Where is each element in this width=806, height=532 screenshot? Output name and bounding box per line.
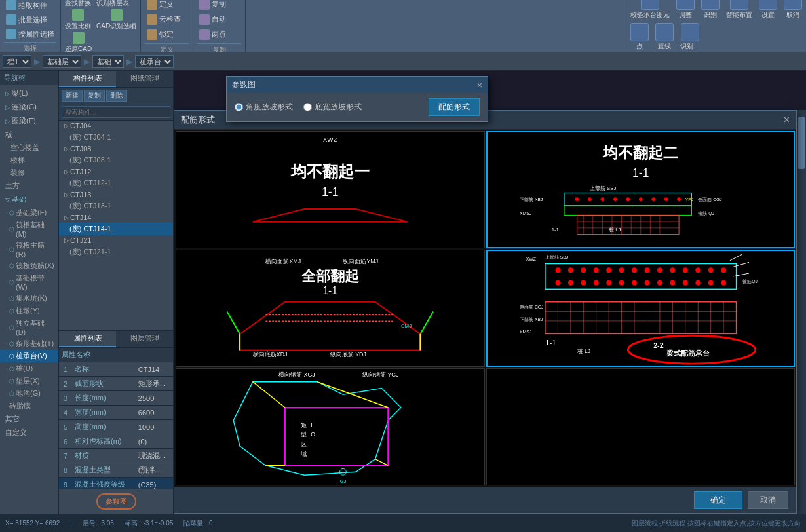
btn-set-scale[interactable]: 设置比例 xyxy=(65,9,91,31)
tree-item-CTJ21[interactable]: ▷ CTJ21 xyxy=(59,235,173,246)
tree-item-CTJ12[interactable]: ▷ CTJ12 xyxy=(59,166,173,177)
scrollbar-vertical[interactable] xyxy=(797,110,806,514)
sidebar-item-other[interactable]: 其它 xyxy=(0,412,58,426)
svg-point-14 xyxy=(626,197,630,201)
btn-param[interactable]: 参数图 xyxy=(96,493,136,510)
scrollbar-thumb[interactable] xyxy=(798,117,805,169)
sidebar-item-beam[interactable]: ▷ 梁(L) xyxy=(0,86,58,100)
btn-识别[interactable]: 识别 xyxy=(701,0,720,20)
sidebar-item-stair[interactable]: 楼梯 xyxy=(0,154,58,166)
select-project[interactable]: 程1 xyxy=(3,55,31,68)
btn-copy[interactable]: 复制 xyxy=(197,0,241,11)
tree-child-CTJ04-1[interactable]: (废) CTJ04-1 xyxy=(59,131,173,143)
btn-auto[interactable]: 自动 xyxy=(197,13,241,26)
sidebar-item-cushion[interactable]: ⬡垫层(X) xyxy=(0,375,58,387)
svg-line-101 xyxy=(733,273,748,276)
btn-智能布置[interactable]: 智能布置 xyxy=(726,0,752,20)
sidebar-item-base-strip[interactable]: ⬡基础板带(W) xyxy=(0,272,58,292)
btn-ok[interactable]: 确定 xyxy=(694,491,742,509)
cad-cell-0[interactable]: XWZ 均不翻起一 1-1 xyxy=(176,131,485,248)
btn-batch-select[interactable]: 批量选择 xyxy=(4,13,56,26)
svg-text:1-1: 1-1 xyxy=(322,185,339,199)
btn-lock[interactable]: 锁定 xyxy=(145,28,189,41)
tree-child-CTJ08-1[interactable]: (废) CTJ08-1 xyxy=(59,154,173,166)
sidebar-item-sump[interactable]: ⬡集水坑(K) xyxy=(0,292,58,305)
btn-pick[interactable]: 拾取构件 xyxy=(4,0,56,12)
sidebar-item-brick[interactable]: 砖胎膜 xyxy=(0,400,58,412)
tab-component-list[interactable]: 构件列表 xyxy=(59,71,116,87)
sidebar-item-raft-neg[interactable]: ⬡筏板负筋(X) xyxy=(0,259,58,272)
toolbar-group-select: 拾取构件 批量选择 按属性选择 选择 xyxy=(0,0,61,52)
btn-设置[interactable]: 设置 xyxy=(759,0,777,20)
btn-cloud-check[interactable]: 云检查 xyxy=(145,13,189,26)
btn-define[interactable]: 定义 xyxy=(145,0,189,11)
cad-cell-4[interactable]: 横向钢筋 XGJ 纵向钢筋 YGJ 矩 型 区 域 L xyxy=(176,368,485,485)
btn-copy-component[interactable]: 复制 xyxy=(84,90,105,102)
content-area: 参数图 × 角度放坡形式 底宽放坡形式 xyxy=(174,71,806,514)
cad-cell-1[interactable]: 均不翻起二 1-1 上部筋 SBJ xyxy=(486,131,796,248)
sidebar-item-isolated[interactable]: ⬡独立基础(D) xyxy=(0,317,58,337)
sidebar-title: 导航树 xyxy=(0,71,58,85)
tree-child-CTJ13-1[interactable]: (废) CTJ13-1 xyxy=(59,200,173,212)
cad-cell-5[interactable] xyxy=(486,368,796,485)
dialog-rebar-close[interactable]: × xyxy=(784,114,790,126)
radio-angle-slope[interactable]: 角度放坡形式 xyxy=(235,102,293,113)
tab-layer-management[interactable]: 图层管理 xyxy=(116,331,173,347)
svg-text:XMSJ: XMSJ xyxy=(520,211,531,216)
tab-drawing-management[interactable]: 图纸管理 xyxy=(116,71,173,87)
cad-cell-3[interactable]: 上部筋 SBJ 侧面筋 CGJ 箍筋QJ 下部筋 XBJ XMSJ XWZ 1-… xyxy=(486,250,796,367)
tab-props-list[interactable]: 属性列表 xyxy=(59,331,116,347)
btn-校验承台图元[interactable]: 校验承台图元 xyxy=(630,0,670,20)
sidebar-item-slab[interactable]: 板 xyxy=(0,128,58,142)
sidebar-item-hollow[interactable]: 空心楼盖 xyxy=(0,142,58,154)
sidebar-item-raft-main[interactable]: ⬡筏板主筋(R) xyxy=(0,239,58,259)
tree-item-CTJ04[interactable]: ▷ CTJ04 xyxy=(59,121,173,131)
sidebar-item-ditch[interactable]: ⬡地沟(G) xyxy=(0,387,58,400)
btn-new[interactable]: 新建 xyxy=(62,90,83,102)
btn-find-replace[interactable]: 查找替换 xyxy=(65,0,91,8)
btn-取消[interactable]: 取消 xyxy=(784,0,802,20)
tree-item-CTJ13[interactable]: ▷ CTJ13 xyxy=(59,189,173,200)
svg-text:L: L xyxy=(311,422,314,428)
btn-identify-floors[interactable]: 识别楼层表 xyxy=(96,0,129,8)
select-type[interactable]: 桩承台 xyxy=(135,55,174,68)
sidebar-item-connect-beam[interactable]: ▷ 连梁(G) xyxy=(0,100,58,114)
btn-cad-options[interactable]: CAD识别选项 xyxy=(96,9,136,31)
dialog-params-close[interactable]: × xyxy=(477,80,482,90)
tree-child-CTJ12-1[interactable]: (废) CTJ12-1 xyxy=(59,177,173,189)
sidebar-item-strip-found[interactable]: ⬡条形基础(T) xyxy=(0,337,58,350)
svg-text:梁式配筋承台: 梁式配筋承台 xyxy=(666,349,709,357)
btn-two-point[interactable]: 两点 xyxy=(197,28,241,41)
sidebar-item-earth[interactable]: 土方 xyxy=(0,179,58,193)
btn-restore-cad[interactable]: 还原CAD xyxy=(65,32,92,54)
svg-point-61 xyxy=(644,267,649,273)
tree-child-CTJ14-1[interactable]: (废) CTJ14-1 xyxy=(59,223,173,235)
tree-child-CTJ21-1[interactable]: (废) CTJ21-1 xyxy=(59,246,173,258)
sidebar-item-decor[interactable]: 装修 xyxy=(0,166,58,179)
sidebar-item-column-pier[interactable]: ⬡柱墩(Y) xyxy=(0,305,58,317)
btn-调整[interactable]: 调整 xyxy=(676,0,695,20)
tree-item-CTJ08[interactable]: ▷ CTJ08 xyxy=(59,143,173,154)
cad-cell-2[interactable]: 横向面筋XMJ 纵向面筋YMJ 横向底筋XDJ 纵向底筋 YDJ xyxy=(176,250,485,367)
btn-cancel[interactable]: 取消 xyxy=(748,491,788,509)
select-category[interactable]: 基础 xyxy=(92,55,124,68)
sidebar-item-custom[interactable]: 自定义 xyxy=(0,426,58,440)
sidebar-item-pile[interactable]: ⬡桩(U) xyxy=(0,362,58,375)
btn-rebar-form[interactable]: 配筋形式 xyxy=(429,98,480,116)
sidebar-item-ring-beam[interactable]: ▷ 圈梁(E) xyxy=(0,114,58,128)
middle-panel: 构件列表 图纸管理 新建 复制 删除 xyxy=(59,71,174,514)
svg-text:纵向面筋YMJ: 纵向面筋YMJ xyxy=(343,258,378,265)
select-floor[interactable]: 基础层 xyxy=(43,55,81,68)
sidebar-item-foundation[interactable]: ▽ 基础 xyxy=(0,193,58,206)
sidebar-item-footing-beam[interactable]: ⬡基础梁(F) xyxy=(0,206,58,219)
radio-width-slope[interactable]: 底宽放坡形式 xyxy=(303,102,362,113)
btn-delete[interactable]: 删除 xyxy=(106,90,127,102)
search-input[interactable] xyxy=(62,106,170,118)
btn-prop-select[interactable]: 按属性选择 xyxy=(4,28,56,41)
radio-group: 角度放坡形式 底宽放坡形式 xyxy=(235,102,362,113)
svg-marker-115 xyxy=(233,382,401,476)
tree-item-CTJ14[interactable]: ▷ CTJ14 xyxy=(59,212,173,223)
svg-line-123 xyxy=(253,382,285,408)
sidebar-item-raft[interactable]: ⬡筏板基础(M) xyxy=(0,219,58,239)
sidebar-item-pile-cap[interactable]: ⬡桩承台(V) xyxy=(0,350,58,362)
